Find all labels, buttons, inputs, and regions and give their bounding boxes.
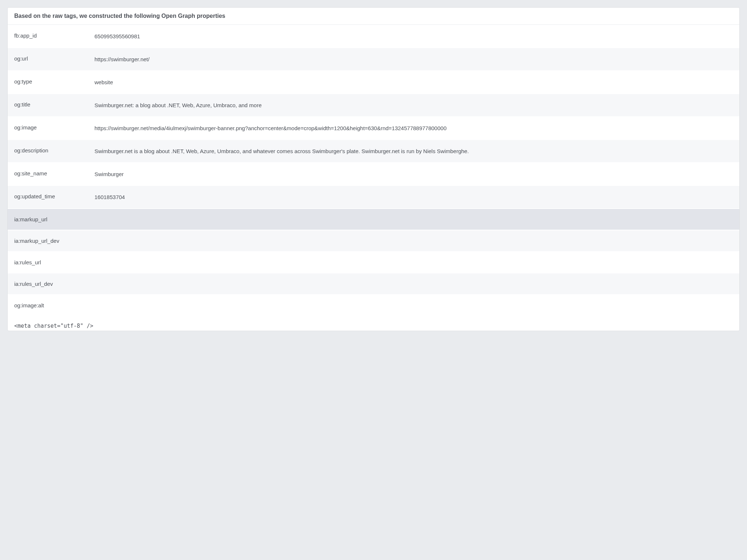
property-row: og:typewebsite	[8, 71, 739, 94]
meta-tag-line: <meta charset="utf-8" />	[8, 316, 739, 331]
property-value	[94, 216, 733, 222]
property-key: og:image:alt	[14, 302, 94, 308]
property-row: fb:app_id650995395560981	[8, 25, 739, 48]
property-row: og:site_nameSwimburger	[8, 163, 739, 186]
property-value: https://swimburger.net/	[94, 55, 733, 63]
property-row: ia:markup_url_dev	[8, 230, 739, 252]
property-key: og:url	[14, 55, 94, 63]
property-value: Swimburger.net is a blog about .NET, Web…	[94, 147, 733, 155]
property-row: og:descriptionSwimburger.net is a blog a…	[8, 140, 739, 163]
property-value	[94, 238, 733, 244]
property-row: og:urlhttps://swimburger.net/	[8, 48, 739, 71]
property-row: og:imagehttps://swimburger.net/media/4iu…	[8, 117, 739, 140]
property-row: og:titleSwimburger.net: a blog about .NE…	[8, 94, 739, 117]
property-row: ia:rules_url_dev	[8, 273, 739, 295]
property-key: ia:markup_url	[14, 216, 94, 222]
property-value: Swimburger	[94, 170, 733, 178]
property-key: og:type	[14, 78, 94, 86]
property-key: fb:app_id	[14, 32, 94, 40]
property-key: og:description	[14, 147, 94, 155]
property-value	[94, 281, 733, 287]
property-value: website	[94, 78, 733, 86]
property-key: og:image	[14, 124, 94, 132]
property-row: ia:rules_url	[8, 252, 739, 273]
property-value: 1601853704	[94, 193, 733, 201]
property-key: og:site_name	[14, 170, 94, 178]
property-value: 650995395560981	[94, 32, 733, 40]
properties-table: fb:app_id650995395560981og:urlhttps://sw…	[8, 25, 739, 316]
card-header: Based on the raw tags, we constructed th…	[8, 8, 739, 25]
property-key: ia:rules_url	[14, 259, 94, 265]
property-key: og:title	[14, 101, 94, 109]
property-row: og:updated_time1601853704	[8, 186, 739, 209]
property-key: og:updated_time	[14, 193, 94, 201]
property-value: https://swimburger.net/media/4iulmexj/sw…	[94, 124, 733, 132]
property-row: ia:markup_url	[8, 209, 739, 230]
property-value	[94, 302, 733, 308]
property-key: ia:markup_url_dev	[14, 238, 94, 244]
open-graph-properties-card: Based on the raw tags, we constructed th…	[7, 7, 740, 331]
property-value: Swimburger.net: a blog about .NET, Web, …	[94, 101, 733, 109]
property-row: og:image:alt	[8, 295, 739, 316]
property-key: ia:rules_url_dev	[14, 281, 94, 287]
property-value	[94, 259, 733, 265]
